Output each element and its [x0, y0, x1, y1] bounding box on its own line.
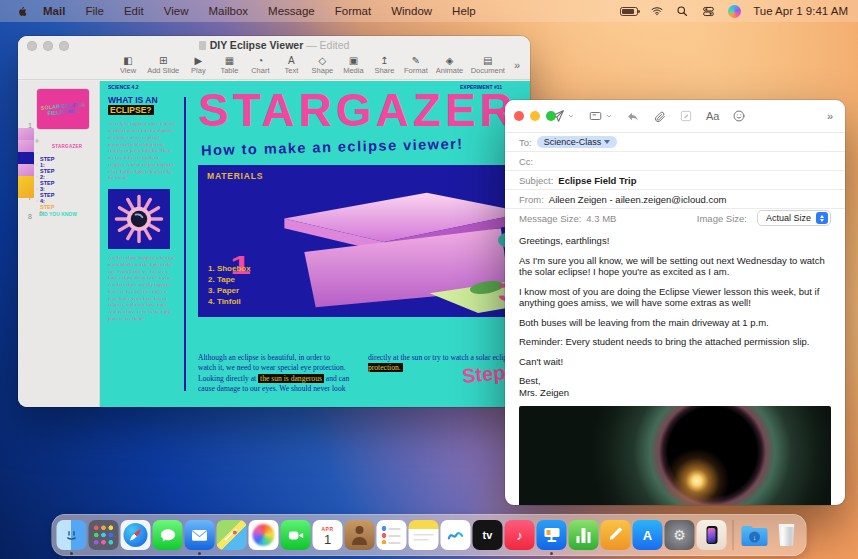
markup-button[interactable] — [679, 109, 693, 123]
menu-item-mailbox[interactable]: Mailbox — [199, 5, 257, 17]
media-button[interactable]: ▣Media — [343, 55, 363, 75]
dock-item-notes[interactable] — [409, 520, 439, 550]
menu-item-help[interactable]: Help — [443, 5, 485, 17]
eclipse-photo-attachment[interactable] — [519, 406, 831, 505]
media-icon: ▣ — [349, 55, 358, 66]
menu-item-edit[interactable]: Edit — [115, 5, 153, 17]
materials-list: 1. Shoebox 2. Tape 3. Paper 4. Tinfoil — [208, 263, 251, 307]
subject-value: Eclipse Field Trip — [558, 175, 636, 186]
attach-button[interactable] — [653, 110, 666, 123]
wifi-icon[interactable] — [650, 4, 664, 18]
close-button[interactable] — [514, 111, 524, 121]
dock-item-pages[interactable] — [601, 520, 631, 550]
dock-item-maps[interactable] — [217, 520, 247, 550]
share-button[interactable]: ↥Share — [374, 55, 394, 75]
menu-item-file[interactable]: File — [76, 5, 113, 17]
apple-menu[interactable] — [10, 4, 32, 19]
trash-bin-icon — [778, 524, 796, 546]
slide-navigator[interactable]: 1 SOLAR ECLIPSE FIELD TRIP! 2 STARGAZER … — [18, 81, 100, 407]
add-slide-button[interactable]: ⊞Add Slide — [149, 55, 177, 75]
material-item: 4. Tinfoil — [208, 296, 251, 307]
slide-thumbnail-1[interactable]: SOLAR ECLIPSE FIELD TRIP! — [37, 89, 89, 129]
dock-item-downloads[interactable]: ↓ — [740, 520, 770, 550]
keynote-podium-icon — [544, 528, 559, 542]
play-button[interactable]: ▶Play — [188, 55, 208, 75]
caution-column-1: Although an eclipse is beautiful, in ord… — [198, 353, 350, 395]
header-fields-button[interactable] — [588, 109, 613, 123]
format-button[interactable]: Aa — [706, 110, 719, 122]
shape-button[interactable]: ◇Shape — [312, 55, 332, 75]
format-button[interactable]: ✎Format — [405, 55, 426, 75]
dock-item-contacts[interactable] — [345, 520, 375, 550]
dock-item-trash[interactable] — [772, 520, 802, 550]
emoji-button[interactable] — [732, 109, 746, 123]
table-button[interactable]: ▦Table — [219, 55, 239, 75]
control-center-icon[interactable] — [702, 4, 716, 18]
dock-item-safari[interactable] — [121, 520, 151, 550]
reply-indicator-button[interactable] — [626, 110, 640, 123]
table-icon: ▦ — [225, 55, 234, 66]
minimize-button[interactable] — [530, 111, 540, 121]
dock-item-music[interactable]: ♪ — [505, 520, 535, 550]
image-size-dropdown[interactable]: Actual Size — [757, 210, 831, 226]
dock-item-finder[interactable] — [57, 520, 87, 550]
body-paragraph: Reminder: Every student needs to bring t… — [519, 336, 831, 348]
slide-canvas[interactable]: SCIENCE 4.2 EXPERIMENT #11 WHAT IS AN EC… — [100, 81, 530, 407]
document-button[interactable]: ▤Document — [473, 55, 503, 75]
window-title: DIY Eclipse Viewer — Edited — [18, 39, 530, 51]
menu-bar-clock[interactable]: Tue Apr 1 9:41 AM — [753, 5, 848, 17]
from-label: From: — [519, 194, 544, 205]
search-icon[interactable] — [676, 4, 690, 18]
dock-item-keynote[interactable] — [537, 520, 567, 550]
dock-item-app-store[interactable]: A — [633, 520, 663, 550]
dock-item-mail[interactable] — [185, 520, 215, 550]
cc-label: Cc: — [519, 156, 533, 167]
cc-field[interactable]: Cc: — [505, 151, 845, 170]
body-paragraph: Can't wait! — [519, 356, 831, 368]
menu-item-view[interactable]: View — [155, 5, 198, 17]
toolbar-overflow-chevron[interactable]: » — [827, 110, 833, 122]
dock-item-reminders[interactable] — [377, 520, 407, 550]
dock-item-tv[interactable]: tv — [473, 520, 503, 550]
mail-compose-window[interactable]: Aa » To: Science-Class Cc: Subject: Ecli… — [505, 100, 845, 505]
to-field[interactable]: To: Science-Class — [505, 132, 845, 151]
share-icon: ↥ — [380, 55, 388, 66]
text-button[interactable]: AText — [281, 55, 301, 75]
dock-item-photos[interactable] — [249, 520, 279, 550]
battery-icon[interactable] — [620, 7, 638, 16]
view-button[interactable]: ◧View — [118, 55, 138, 75]
menu-item-message[interactable]: Message — [259, 5, 324, 17]
menu-item-window[interactable]: Window — [382, 5, 441, 17]
dock-item-messages[interactable] — [153, 520, 183, 550]
materials-panel: MATERIALS — [198, 165, 530, 317]
from-field[interactable]: From: Aileen Zeigen - aileen.zeigen@iclo… — [505, 189, 845, 208]
chart-button[interactable]: ◔Chart — [250, 55, 270, 75]
animate-button[interactable]: ◈Animate — [437, 55, 461, 75]
subject-field[interactable]: Subject: Eclipse Field Trip — [505, 170, 845, 189]
dock-item-calendar[interactable]: APR 1 — [313, 520, 343, 550]
slide-row-7: 7 STEP 5: — [20, 194, 95, 203]
gear-icon: ⚙ — [673, 527, 686, 543]
dock-item-numbers[interactable] — [569, 520, 599, 550]
dock-item-launchpad[interactable] — [89, 520, 119, 550]
slide-thumbnail-8[interactable]: DID YOU KNOW — [37, 208, 79, 220]
recipient-token[interactable]: Science-Class — [537, 136, 618, 148]
menu-item-format[interactable]: Format — [326, 5, 380, 17]
header-fields-icon — [588, 109, 603, 123]
paperclip-icon — [653, 110, 666, 123]
zoom-button[interactable] — [546, 111, 556, 121]
material-item: 3. Paper — [208, 285, 251, 296]
dock-item-system-settings[interactable]: ⚙ — [665, 520, 695, 550]
chevron-down-icon — [567, 112, 575, 120]
slide-question-heading: WHAT IS AN ECLIPSE? — [108, 95, 176, 115]
message-size-label: Message Size: — [519, 213, 581, 224]
apple-logo-icon — [15, 4, 28, 19]
toolbar-overflow-chevron[interactable]: » — [514, 55, 520, 75]
siri-icon[interactable] — [728, 5, 741, 18]
dock-item-iphone-mirroring[interactable] — [697, 520, 727, 550]
dock-item-facetime[interactable] — [281, 520, 311, 550]
menu-item-mail[interactable]: Mail — [34, 5, 74, 17]
keynote-window[interactable]: DIY Eclipse Viewer — Edited ◧View ⊞Add S… — [18, 36, 530, 407]
dock-item-freeform[interactable] — [441, 520, 471, 550]
message-body-editor[interactable]: Greetings, earthlings! As I'm sure you a… — [505, 227, 845, 398]
